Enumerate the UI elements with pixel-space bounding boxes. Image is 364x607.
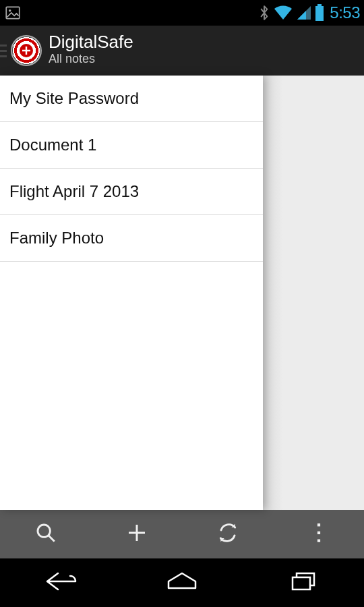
nav-recents-button[interactable]: [243, 569, 364, 596]
note-list[interactable]: My Site Password Document 1 Flight April…: [0, 76, 263, 510]
content-area: My Site Password Document 1 Flight April…: [0, 76, 364, 510]
svg-point-1: [9, 9, 11, 11]
app-logo-icon[interactable]: [11, 35, 42, 66]
nav-home-button[interactable]: [121, 569, 243, 596]
bottom-toolbar: [0, 510, 364, 558]
recent-apps-icon: [287, 569, 320, 596]
add-button[interactable]: [91, 510, 182, 558]
wifi-icon: [273, 5, 293, 21]
note-title: My Site Password: [9, 89, 139, 107]
system-status-bar: 5:53: [0, 0, 364, 26]
plus-icon: [125, 521, 149, 548]
note-row[interactable]: My Site Password: [0, 76, 263, 122]
more-vertical-icon: [315, 521, 322, 547]
signal-icon: [296, 5, 312, 21]
app-subtitle: All notes: [49, 51, 133, 67]
system-navigation-bar: [0, 558, 364, 607]
svg-rect-2: [317, 4, 322, 6]
refresh-icon: [217, 522, 239, 546]
note-row[interactable]: Family Photo: [0, 215, 263, 262]
svg-point-4: [37, 525, 49, 537]
note-title: Document 1: [9, 136, 96, 154]
refresh-button[interactable]: [182, 510, 273, 558]
status-time: 5:53: [330, 3, 360, 22]
svg-rect-10: [317, 540, 320, 542]
slide-panel-peek[interactable]: [256, 76, 364, 510]
search-icon: [34, 521, 57, 547]
svg-rect-3: [315, 6, 324, 21]
overflow-button[interactable]: [273, 510, 364, 558]
svg-line-5: [49, 536, 55, 542]
image-notification-icon: [4, 4, 22, 22]
bluetooth-icon: [258, 4, 270, 22]
svg-rect-8: [317, 523, 320, 526]
drawer-peek-icon[interactable]: [0, 26, 7, 76]
search-button[interactable]: [0, 510, 91, 558]
svg-rect-9: [317, 531, 320, 534]
note-title: Flight April 7 2013: [9, 182, 139, 200]
battery-icon: [315, 4, 324, 22]
app-action-bar: DigitalSafe All notes: [0, 26, 364, 76]
app-title: DigitalSafe: [49, 33, 133, 51]
nav-back-button[interactable]: [0, 569, 121, 596]
back-icon: [40, 569, 81, 596]
note-title: Family Photo: [9, 229, 104, 247]
svg-rect-11: [293, 577, 310, 589]
action-bar-titles[interactable]: DigitalSafe All notes: [49, 33, 133, 67]
note-row[interactable]: Document 1: [0, 122, 263, 169]
svg-rect-0: [6, 7, 20, 18]
note-row[interactable]: Flight April 7 2013: [0, 169, 263, 215]
home-icon: [164, 569, 200, 596]
